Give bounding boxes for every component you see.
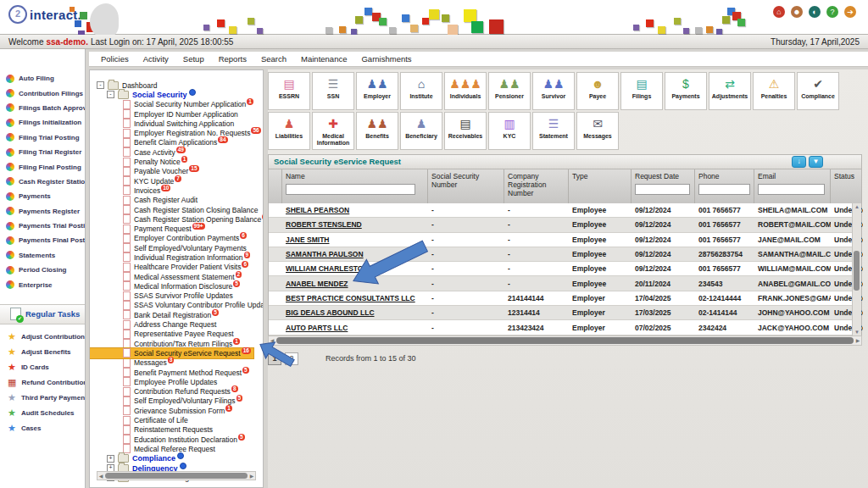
tree-item[interactable]: Self Employed/Voluntary Payments	[90, 243, 263, 252]
menu-item[interactable]: Search	[261, 54, 287, 64]
table-row[interactable]: WILLIAM CHARLESTON - - Employee 09/12/20…	[269, 262, 861, 276]
sidebar-item[interactable]: Filing Trial Register	[0, 145, 85, 159]
expander-icon[interactable]: -	[97, 81, 104, 89]
tree-item[interactable]: Cash Register Station Closing Balance	[90, 205, 263, 214]
scroll-right-icon[interactable]: ▶	[854, 337, 861, 343]
scroll-left-icon[interactable]: ◀	[97, 473, 104, 479]
header-icon[interactable]: ?	[826, 6, 838, 18]
column-header[interactable]: Phone	[695, 169, 754, 203]
tree-item[interactable]: Address Change Request	[90, 319, 263, 329]
tree-item[interactable]: SSAS Voluntary Contributor Profile Updat…	[90, 301, 263, 310]
row-name-link[interactable]: AUTO PARTS LLC	[286, 324, 348, 332]
expander-icon[interactable]: +	[107, 455, 114, 463]
shortcut-tile[interactable]: ▤ Filings	[620, 72, 663, 110]
task-item[interactable]: ★ Adjust Contributions	[0, 330, 85, 345]
column-filter-input[interactable]	[758, 184, 825, 195]
sidebar-item[interactable]: Filing Trial Posting	[0, 130, 85, 145]
shortcut-tile[interactable]: ✉ Messages	[576, 112, 619, 150]
sidebar-item[interactable]: Payments Final Posting	[0, 233, 85, 247]
row-name-link[interactable]: SAMANTHA PAULSON	[286, 250, 364, 258]
shortcut-tile[interactable]: ♟ Beneficiary	[400, 112, 442, 150]
tree-item[interactable]: Self Employed/Voluntary Filings 5	[90, 396, 263, 406]
shortcut-tile[interactable]: ⇄ Adjustments	[709, 72, 751, 110]
shortcut-tile[interactable]: ♟♟ Pensioner	[488, 72, 531, 110]
tree-item[interactable]: Certificate of Life	[90, 415, 263, 424]
tree-item[interactable]: Employer Registration No. Requests 56	[90, 128, 263, 137]
sidebar-item[interactable]: Contribution Filings	[0, 86, 85, 100]
task-item[interactable]: ★ Adjust Benefits	[0, 345, 85, 360]
header-icon[interactable]: ⌂	[773, 6, 785, 18]
task-item[interactable]: ★ Cases	[0, 421, 85, 436]
tree-item[interactable]: Medical Referee Request	[90, 444, 263, 453]
expander-icon[interactable]: -	[107, 91, 114, 98]
column-filter-input[interactable]	[698, 184, 750, 195]
row-name-link[interactable]: JANE SMITH	[286, 236, 329, 244]
column-header[interactable]: Request Date	[632, 169, 695, 203]
shortcut-tile[interactable]: ☰ SSN	[312, 72, 354, 110]
tree-item[interactable]: SSAS Survivor Profile Updates	[90, 291, 263, 301]
tree-item[interactable]: Case Activity 49	[90, 147, 263, 157]
sidebar-item[interactable]: Cash Register Station	[0, 175, 85, 189]
menu-item[interactable]: Setup	[183, 54, 204, 64]
shortcut-tile[interactable]: ♟♟ Benefits	[356, 112, 398, 150]
tree-item[interactable]: Education Institution Declaration 5	[90, 435, 263, 444]
task-item[interactable]: ★ ID Cards	[0, 360, 85, 375]
tree-item[interactable]: Messages 3	[90, 358, 263, 368]
column-header[interactable]: Status	[831, 169, 863, 203]
tree-item[interactable]: Individual Switching Application	[90, 119, 263, 128]
shortcut-tile[interactable]: ☻ Payee	[576, 72, 619, 110]
sidebar-item[interactable]: Payments Trial Posting	[0, 219, 85, 233]
scrollbar-thumb[interactable]	[276, 337, 854, 344]
tree-item[interactable]: Reinstatement Requests	[90, 425, 263, 435]
column-header[interactable]: Type	[569, 169, 632, 203]
table-row[interactable]: ROBERT STENSLEND - - Employee 09/12/2024…	[269, 218, 861, 232]
scrollbar-thumb[interactable]	[105, 473, 248, 479]
row-name-link[interactable]: WILLIAM CHARLESTON	[286, 264, 369, 273]
sidebar-item[interactable]: Payments	[0, 189, 85, 203]
row-name-link[interactable]: SHEILA PEARSON	[286, 206, 349, 214]
grid-tool-button[interactable]: ▼	[809, 156, 823, 168]
scroll-down-icon[interactable]: ▼	[853, 330, 861, 335]
shortcut-tile[interactable]: ♟♟ Employer	[356, 72, 398, 110]
shortcut-tile[interactable]: ⌂ Institute	[400, 72, 442, 110]
table-row[interactable]: ANABEL MENDEZ - - Employee 20/11/2024 23…	[269, 276, 861, 291]
sidebar-item[interactable]: Filings Batch Approval	[0, 101, 85, 115]
task-item[interactable]: ▦ Refund Contributions	[0, 375, 85, 391]
column-filter-input[interactable]	[286, 184, 415, 195]
tree-item[interactable]: KYC Update 7	[90, 176, 263, 186]
sidebar-item[interactable]: Statements	[0, 248, 85, 263]
tree-item[interactable]: Employer ID Number Application	[90, 109, 263, 119]
shortcut-tile[interactable]: ♟ Liabilities	[268, 112, 310, 150]
task-item[interactable]: ★ Third Party Payment	[0, 391, 85, 406]
tree-item[interactable]: Employer Contribution Payments 6	[90, 234, 263, 243]
tree-item[interactable]: Contribution/Tax Return Filings 1	[90, 339, 263, 348]
tree-item[interactable]: Individual Registration Information 9	[90, 252, 263, 262]
shortcut-tile[interactable]: ⚠ Penalties	[753, 72, 795, 110]
table-row[interactable]: AUTO PARTS LLC - 213423424 Employer 07/0…	[269, 320, 861, 335]
menu-item[interactable]: Maintenance	[301, 54, 347, 64]
row-name-link[interactable]: BIG DEALS ABOUND LLC	[286, 308, 375, 317]
tree-item[interactable]: Social Security Number Application 1	[90, 100, 263, 109]
tree-item[interactable]: Medical Information Disclosure 5	[90, 281, 263, 291]
shortcut-tile[interactable]: ✚ Medical Information	[312, 112, 354, 150]
tree-item[interactable]: Grievance Submission Form 1	[90, 406, 263, 415]
row-name-link[interactable]: BEST PRACTICE CONSULTANTS LLC	[286, 294, 415, 302]
sidebar-item[interactable]: Filing Final Posting	[0, 159, 85, 174]
tree-item[interactable]: Invoices 10	[90, 186, 263, 195]
shortcut-tile[interactable]: ✔ Compliance	[797, 72, 839, 110]
scroll-up-icon[interactable]: ▲	[853, 204, 861, 209]
tree-item[interactable]: - Social Security	[90, 90, 263, 99]
row-name-link[interactable]: ANABEL MENDEZ	[286, 280, 348, 288]
shortcut-tile[interactable]: ▥ KYC	[488, 112, 531, 150]
table-row[interactable]: SHEILA PEARSON - - Employee 09/12/2024 0…	[269, 203, 861, 218]
shortcut-tile[interactable]: ▤ ESSRN	[268, 72, 310, 110]
column-header[interactable]: Company Registration Number	[504, 169, 569, 203]
sidebar-item[interactable]: Payments Register	[0, 204, 85, 219]
sidebar-item[interactable]: Auto Filing	[0, 71, 85, 86]
scroll-left-icon[interactable]: ◀	[269, 337, 275, 343]
shortcut-tile[interactable]: $ Payments	[665, 72, 707, 110]
table-row[interactable]: JANE SMITH - - Employee 09/12/2024 001 7…	[269, 233, 861, 247]
menu-item[interactable]: Activity	[143, 54, 169, 64]
sidebar-item[interactable]: Enterprise	[0, 277, 85, 291]
menu-item[interactable]: Policies	[101, 54, 129, 64]
